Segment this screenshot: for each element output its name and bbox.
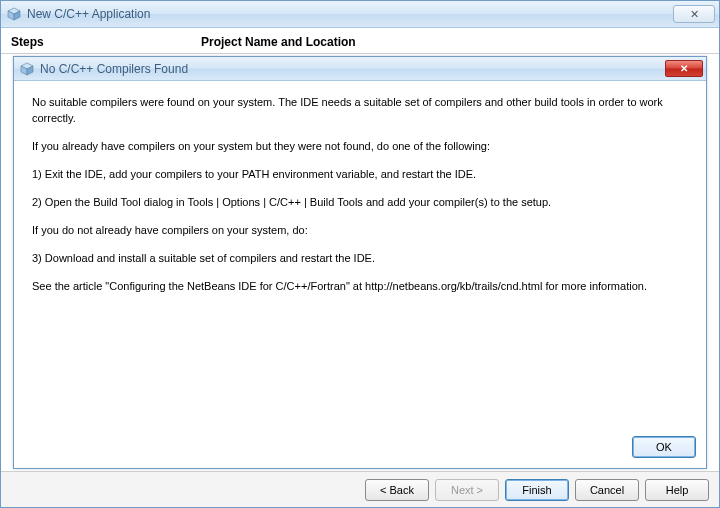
wizard-body: No C/C++ Compilers Found ✕ No suitable c…: [1, 54, 719, 471]
wizard-steps-heading: Steps: [11, 35, 201, 49]
inner-dialog-content: No suitable compilers were found on your…: [14, 81, 706, 430]
message-line: If you already have compilers on your sy…: [32, 139, 688, 155]
dialog-cube-icon: [20, 62, 34, 76]
app-cube-icon: [7, 7, 21, 21]
message-line: If you do not already have compilers on …: [32, 223, 688, 239]
message-line: See the article "Configuring the NetBean…: [32, 279, 688, 295]
wizard-footer: < Back Next > Finish Cancel Help: [1, 471, 719, 507]
back-button[interactable]: < Back: [365, 479, 429, 501]
inner-dialog-buttons: OK: [14, 430, 706, 468]
outer-close-button[interactable]: ✕: [673, 5, 715, 23]
finish-button[interactable]: Finish: [505, 479, 569, 501]
inner-titlebar[interactable]: No C/C++ Compilers Found ✕: [14, 57, 706, 81]
close-icon: ✕: [690, 8, 699, 21]
wizard-location-heading: Project Name and Location: [201, 35, 356, 49]
inner-close-button[interactable]: ✕: [665, 60, 703, 77]
wizard-header: Steps Project Name and Location: [1, 28, 719, 54]
message-line: 2) Open the Build Tool dialog in Tools |…: [32, 195, 688, 211]
outer-window-title: New C/C++ Application: [27, 7, 673, 21]
close-icon: ✕: [680, 63, 688, 74]
next-button: Next >: [435, 479, 499, 501]
message-line: No suitable compilers were found on your…: [32, 95, 688, 127]
inner-dialog-title: No C/C++ Compilers Found: [40, 62, 665, 76]
message-line: 3) Download and install a suitable set o…: [32, 251, 688, 267]
message-line: 1) Exit the IDE, add your compilers to y…: [32, 167, 688, 183]
outer-window: New C/C++ Application ✕ Steps Project Na…: [0, 0, 720, 508]
outer-titlebar[interactable]: New C/C++ Application ✕: [1, 1, 719, 28]
ok-button[interactable]: OK: [632, 436, 696, 458]
help-button[interactable]: Help: [645, 479, 709, 501]
cancel-button[interactable]: Cancel: [575, 479, 639, 501]
inner-dialog: No C/C++ Compilers Found ✕ No suitable c…: [13, 56, 707, 469]
